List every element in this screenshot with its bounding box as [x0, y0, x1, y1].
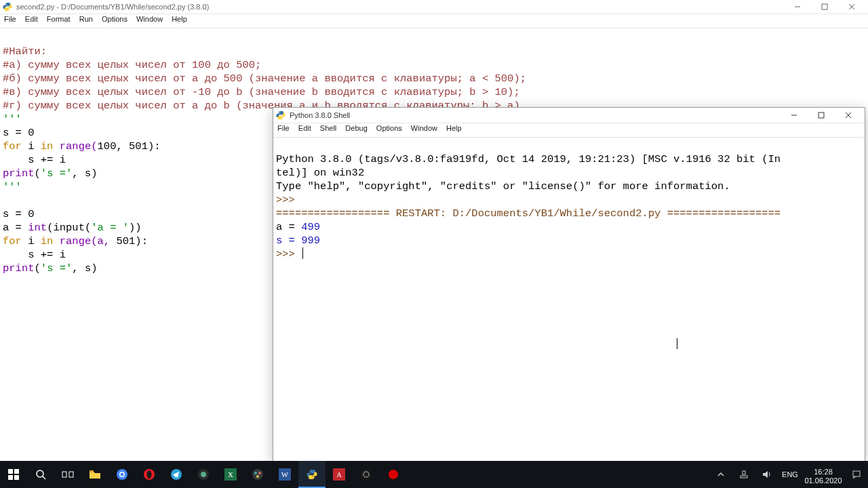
search-button[interactable]	[27, 461, 54, 488]
taskbar-app-acrobat[interactable]: A	[326, 461, 353, 488]
shell-line: tel)] on win32	[276, 167, 364, 179]
editor-close-button[interactable]	[838, 0, 865, 14]
tray-date: 01.06.2020	[802, 476, 845, 485]
svg-text:A: A	[336, 471, 342, 479]
taskbar-app-obs[interactable]	[353, 461, 380, 488]
shell-menu-edit[interactable]: Edit	[298, 124, 311, 132]
python-icon	[3, 2, 12, 12]
svg-point-28	[254, 472, 257, 474]
tray-chevron-up-icon[interactable]	[709, 461, 732, 488]
menu-edit[interactable]: Edit	[25, 15, 38, 23]
svg-point-30	[256, 475, 259, 478]
tray-volume-icon[interactable]	[755, 461, 778, 488]
svg-rect-11	[14, 475, 19, 480]
taskbar-app-quickcam[interactable]	[190, 461, 217, 488]
python-icon	[276, 110, 285, 120]
idle-shell-window: Python 3.8.0 Shell File Edit Shell Debug…	[273, 107, 865, 462]
code-line: '''	[3, 181, 22, 193]
shell-menu-help[interactable]: Help	[446, 124, 462, 132]
tray-language[interactable]: ENG	[778, 470, 802, 479]
shell-prompt: >>>	[276, 248, 301, 260]
svg-point-29	[258, 472, 261, 474]
code-line: '''	[3, 113, 22, 125]
code-line: s = 0	[3, 127, 35, 139]
shell-maximize-button[interactable]	[808, 108, 835, 123]
shell-title: Python 3.8.0 Shell	[290, 111, 350, 119]
text-caret-icon	[677, 338, 677, 349]
svg-rect-15	[69, 472, 73, 477]
svg-rect-9	[14, 469, 19, 474]
editor-menubar: File Edit Format Run Options Window Help	[0, 14, 868, 28]
code-line: s += i	[3, 249, 66, 261]
menu-format[interactable]: Format	[47, 15, 71, 23]
taskbar-app-chrome[interactable]	[108, 461, 136, 488]
code-line: for i in range(a, 501):	[3, 235, 148, 247]
shell-menu-file[interactable]: File	[277, 124, 290, 132]
taskbar-app-opera[interactable]	[136, 461, 163, 488]
shell-line: Type "help", "copyright", "credits" or "…	[276, 180, 730, 192]
svg-rect-10	[8, 475, 13, 480]
shell-menu-options[interactable]: Options	[376, 124, 402, 132]
svg-rect-5	[818, 113, 824, 118]
shell-prompt: >>>	[276, 194, 301, 206]
shell-close-button[interactable]	[835, 108, 862, 123]
svg-text:X: X	[228, 470, 233, 479]
taskbar-app-paintnet[interactable]	[244, 461, 271, 488]
svg-point-21	[147, 470, 152, 479]
code-line: for i in range(100, 501):	[3, 140, 161, 152]
tray-time: 16:28	[802, 468, 845, 476]
shell-menu-shell[interactable]: Shell	[320, 124, 336, 132]
svg-point-12	[37, 470, 43, 477]
svg-rect-38	[741, 476, 747, 478]
code-line: #в) сумму всех целых чисел от -10 до b (…	[3, 86, 520, 98]
tray-network-icon[interactable]	[732, 461, 755, 488]
taskbar-app-telegram[interactable]	[163, 461, 190, 488]
taskbar-app-explorer[interactable]	[81, 461, 108, 488]
taskbar-app-idle[interactable]	[298, 461, 326, 488]
shell-line: >>>	[276, 248, 303, 260]
svg-marker-40	[763, 471, 768, 478]
svg-rect-16	[90, 470, 94, 472]
code-line: a = int(input('a = '))	[3, 222, 142, 234]
svg-point-35	[361, 469, 372, 480]
svg-point-37	[389, 470, 398, 479]
shell-line: s = 999	[276, 235, 320, 247]
menu-options[interactable]: Options	[102, 15, 127, 23]
code-line: #Найти:	[3, 45, 47, 58]
task-view-button[interactable]	[54, 461, 81, 488]
taskbar-app-recording-indicator[interactable]	[380, 461, 407, 488]
shell-line: ================== RESTART: D:/Documents…	[276, 207, 781, 220]
svg-rect-1	[822, 4, 827, 9]
editor-maximize-button[interactable]	[811, 0, 838, 14]
shell-text-area[interactable]: Python 3.8.0 (tags/v3.8.0:fa919fd, Oct 1…	[273, 138, 865, 276]
svg-text:W: W	[281, 470, 289, 479]
start-button[interactable]	[0, 461, 27, 488]
shell-menu-debug[interactable]: Debug	[345, 124, 367, 132]
editor-minimize-button[interactable]	[784, 0, 811, 14]
tray-notifications-icon[interactable]	[845, 461, 868, 488]
shell-line: Python 3.8.0 (tags/v3.8.0:fa919fd, Oct 1…	[276, 153, 781, 165]
menu-window[interactable]: Window	[136, 15, 163, 23]
menu-file[interactable]: File	[4, 15, 16, 23]
shell-menu-window[interactable]: Window	[411, 124, 437, 132]
shell-minimize-button[interactable]	[781, 108, 808, 123]
shell-titlebar[interactable]: Python 3.8.0 Shell	[273, 108, 865, 123]
menu-run[interactable]: Run	[79, 15, 93, 23]
shell-line: a = 499	[276, 221, 320, 233]
menu-help[interactable]: Help	[172, 15, 187, 23]
svg-line-13	[43, 476, 45, 479]
editor-titlebar[interactable]: second2.py - D:/Documents/YB1/While/seco…	[0, 0, 868, 14]
tray-clock[interactable]: 16:28 01.06.2020	[802, 464, 845, 485]
code-line: s += i	[3, 154, 66, 166]
svg-rect-41	[853, 471, 860, 476]
code-line: s = 0	[3, 208, 35, 220]
svg-rect-8	[8, 469, 13, 474]
code-line: print('s =', s)	[3, 167, 98, 180]
taskbar-app-word[interactable]: W	[271, 461, 298, 488]
svg-point-19	[121, 473, 124, 476]
text-cursor	[302, 247, 303, 259]
taskbar-app-excel[interactable]: X	[217, 461, 244, 488]
svg-point-27	[252, 469, 263, 480]
windows-taskbar: X W A ENG 16:28 01.06.2020	[0, 461, 868, 488]
editor-title: second2.py - D:/Documents/YB1/While/seco…	[16, 3, 209, 11]
